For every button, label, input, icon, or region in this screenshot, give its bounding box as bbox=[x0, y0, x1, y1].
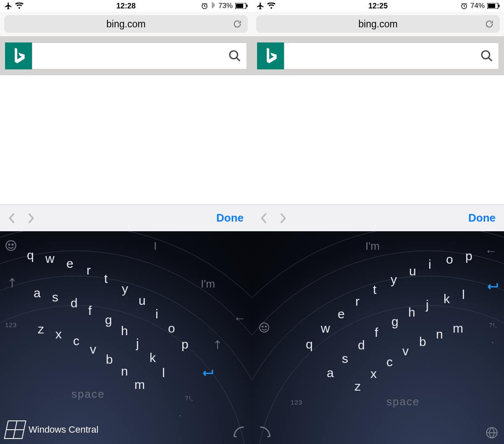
prev-field-icon[interactable] bbox=[260, 212, 268, 224]
keyboard[interactable]: I'm ← ?!, . 123 q w e r t y u i o p bbox=[252, 231, 504, 444]
key-s[interactable]: s bbox=[342, 352, 348, 366]
key-j[interactable]: j bbox=[426, 298, 429, 312]
key-k[interactable]: k bbox=[150, 351, 156, 365]
numeric-key[interactable]: 123 bbox=[5, 321, 17, 328]
battery-percent: 73% bbox=[218, 2, 233, 10]
url-bar[interactable]: bing.com bbox=[256, 15, 500, 33]
key-f[interactable]: f bbox=[88, 304, 92, 318]
key-a[interactable]: a bbox=[327, 366, 334, 380]
url-bar[interactable]: bing.com bbox=[4, 15, 248, 33]
key-f[interactable]: f bbox=[375, 325, 378, 340]
punctuation-key[interactable]: ?!, bbox=[489, 321, 497, 328]
key-g[interactable]: g bbox=[391, 314, 399, 329]
key-r[interactable]: r bbox=[87, 263, 91, 278]
key-o[interactable]: o bbox=[168, 321, 175, 336]
suggestion-0[interactable]: I bbox=[154, 240, 157, 253]
bing-logo[interactable] bbox=[5, 42, 32, 69]
page-content bbox=[0, 75, 252, 204]
key-n[interactable]: n bbox=[436, 327, 443, 341]
search-icon[interactable] bbox=[480, 49, 494, 63]
key-c[interactable]: c bbox=[386, 355, 393, 369]
key-u[interactable]: u bbox=[139, 293, 146, 308]
key-l[interactable]: l bbox=[462, 288, 465, 302]
period-key[interactable]: . bbox=[179, 408, 181, 419]
key-x[interactable]: x bbox=[55, 327, 62, 341]
emoji-icon[interactable] bbox=[5, 240, 17, 251]
key-e[interactable]: e bbox=[66, 256, 74, 271]
emoji-icon[interactable] bbox=[259, 322, 270, 333]
suggestion-1[interactable]: I'm bbox=[201, 278, 215, 291]
search-icon[interactable] bbox=[228, 49, 242, 63]
search-input[interactable] bbox=[284, 42, 499, 69]
key-d[interactable]: d bbox=[71, 296, 78, 310]
key-l[interactable]: l bbox=[162, 366, 165, 380]
phone-right: 12:25 74% bing.com bbox=[252, 0, 504, 444]
key-z[interactable]: z bbox=[38, 322, 44, 336]
key-y[interactable]: y bbox=[122, 282, 128, 296]
key-w[interactable]: w bbox=[321, 321, 330, 336]
key-p[interactable]: p bbox=[181, 337, 189, 352]
shift-key-right[interactable] bbox=[213, 340, 222, 350]
next-field-icon[interactable] bbox=[279, 212, 286, 224]
key-u[interactable]: u bbox=[409, 264, 416, 278]
prev-field-icon[interactable] bbox=[8, 212, 16, 224]
key-t[interactable]: t bbox=[104, 272, 108, 286]
key-i[interactable]: i bbox=[428, 257, 431, 272]
svg-point-7 bbox=[12, 244, 13, 245]
key-h[interactable]: h bbox=[408, 305, 415, 320]
period-key[interactable]: . bbox=[491, 335, 494, 346]
reload-icon[interactable] bbox=[485, 19, 494, 29]
key-v[interactable]: v bbox=[402, 344, 409, 358]
key-w[interactable]: w bbox=[45, 251, 55, 266]
space-key[interactable]: space bbox=[71, 388, 105, 401]
next-field-icon[interactable] bbox=[27, 212, 34, 224]
key-m[interactable]: m bbox=[453, 321, 463, 336]
suggestion-0[interactable]: I'm bbox=[365, 240, 380, 253]
key-t[interactable]: t bbox=[373, 283, 376, 297]
svg-rect-3 bbox=[247, 5, 248, 7]
one-hand-toggle-icon[interactable] bbox=[258, 425, 272, 439]
key-v[interactable]: v bbox=[90, 342, 96, 357]
key-o[interactable]: o bbox=[446, 252, 453, 267]
globe-icon[interactable] bbox=[486, 426, 498, 439]
key-z[interactable]: z bbox=[354, 379, 361, 394]
key-k[interactable]: k bbox=[444, 292, 450, 306]
one-hand-toggle-icon[interactable] bbox=[232, 425, 246, 439]
space-key[interactable]: space bbox=[386, 395, 420, 408]
key-q[interactable]: q bbox=[27, 248, 34, 262]
key-a[interactable]: a bbox=[34, 286, 41, 300]
key-i[interactable]: i bbox=[155, 307, 158, 321]
key-n[interactable]: n bbox=[121, 364, 128, 378]
key-d[interactable]: d bbox=[358, 338, 365, 352]
key-j[interactable]: j bbox=[136, 336, 139, 351]
wifi-icon bbox=[15, 3, 24, 9]
enter-key[interactable] bbox=[201, 368, 213, 378]
key-q[interactable]: q bbox=[306, 337, 313, 352]
key-b[interactable]: b bbox=[106, 352, 113, 367]
key-h[interactable]: h bbox=[121, 324, 128, 338]
key-e[interactable]: e bbox=[338, 307, 345, 321]
done-button[interactable]: Done bbox=[216, 211, 244, 225]
key-y[interactable]: y bbox=[391, 272, 397, 287]
key-r[interactable]: r bbox=[355, 294, 360, 309]
status-bar: 12:28 73% bbox=[0, 0, 252, 12]
keyboard[interactable]: 123 I I'm ← ?!, . q w e r t y u i o p bbox=[0, 231, 252, 444]
search-input[interactable] bbox=[32, 42, 247, 69]
key-s[interactable]: s bbox=[52, 290, 58, 304]
key-c[interactable]: c bbox=[73, 334, 79, 348]
svg-point-14 bbox=[262, 326, 263, 327]
numeric-key[interactable]: 123 bbox=[291, 399, 302, 406]
key-m[interactable]: m bbox=[134, 378, 145, 392]
enter-key[interactable] bbox=[486, 282, 498, 292]
shift-key[interactable] bbox=[8, 278, 17, 288]
key-b[interactable]: b bbox=[419, 335, 426, 349]
backspace-icon[interactable]: ← bbox=[485, 244, 497, 258]
key-x[interactable]: x bbox=[370, 367, 377, 381]
key-p[interactable]: p bbox=[465, 249, 472, 263]
done-button[interactable]: Done bbox=[468, 211, 496, 225]
cursor-left-icon[interactable]: ← bbox=[234, 311, 246, 325]
key-g[interactable]: g bbox=[105, 313, 112, 327]
punctuation-key[interactable]: ?!, bbox=[185, 394, 193, 402]
reload-icon[interactable] bbox=[233, 19, 242, 29]
bing-logo[interactable] bbox=[257, 42, 284, 69]
